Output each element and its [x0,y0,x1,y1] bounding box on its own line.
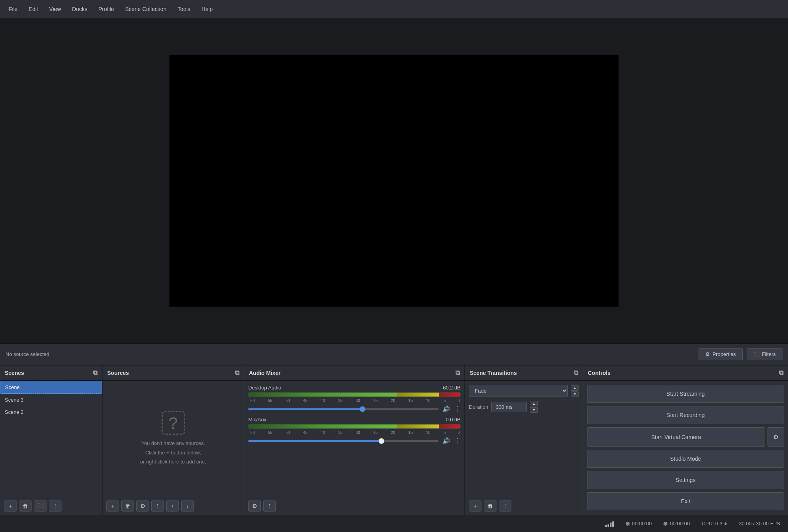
status-fps: 30.00 / 30.00 FPS [739,521,780,526]
transitions-panel-header: Scene Transitions ⧉ [465,365,583,381]
source-menu-button[interactable]: ⋮ [151,500,164,512]
desktop-mute-button[interactable]: 🔊 [442,404,451,413]
transitions-footer: + 🗑 ⋮ [465,497,583,515]
menu-profile[interactable]: Profile [93,4,120,15]
audio-settings-button[interactable]: ⚙ [248,500,261,512]
menu-view[interactable]: View [44,4,67,15]
source-up-button[interactable]: ↑ [166,500,179,512]
status-network [605,521,614,527]
transition-menu-button[interactable]: ⋮ [499,500,511,512]
rec-dot [663,522,667,526]
statusbar: 00:00:00 00:00:00 CPU: 0.3% 30.00 / 30.0… [0,515,788,532]
studio-mode-button[interactable]: Studio Mode [587,450,784,468]
mic-mute-button[interactable]: 🔊 [442,436,451,445]
sources-dock-icon[interactable]: ⧉ [235,369,239,376]
controls-title: Controls [588,370,611,376]
rec-time-value: 00:00:00 [670,521,690,526]
sources-panel: Sources ⧉ ? You don't have any sources. … [102,365,244,515]
transitions-title: Scene Transitions [470,370,517,376]
sources-empty[interactable]: ? You don't have any sources. Click the … [102,381,244,497]
sources-panel-header: Sources ⧉ [102,365,244,381]
audio-panel-header: Audio Mixer ⧉ [244,365,465,381]
transition-delete-button[interactable]: 🗑 [484,500,496,512]
scenes-title: Scenes [5,370,24,376]
scene-item-2[interactable]: Scene 2 [0,406,102,418]
scenes-panel-header: Scenes ⧉ [0,365,102,381]
audio-panel: Audio Mixer ⧉ Desktop Audio -60.2 dB [244,365,465,515]
scene-item-0[interactable]: Scene [0,381,102,394]
desktop-volume-slider[interactable] [248,408,439,410]
transitions-dock-icon[interactable]: ⧉ [574,369,578,376]
fps-value: 30.00 / 30.00 FPS [739,521,780,526]
audio-panel-footer: ⚙ ⋮ [244,497,465,515]
duration-row: Duration ▲ ▼ [469,401,579,413]
source-add-button[interactable]: + [106,500,119,512]
cpu-value: CPU: 0.3% [702,521,727,526]
mic-channel-menu[interactable]: ⋮ [454,437,461,445]
filters-button[interactable]: ⬛ Filters [747,348,782,360]
scene-menu-button[interactable]: ⋮ [49,500,61,512]
duration-label: Duration [469,404,488,410]
desktop-audio-meter [248,392,461,397]
transition-add-button[interactable]: + [469,500,481,512]
scenes-footer: + 🗑 ⬛ ⋮ [0,497,102,515]
source-settings-button[interactable]: ⚙ [136,500,149,512]
controls-dock-icon[interactable]: ⧉ [779,369,783,376]
scene-filter-button[interactable]: ⬛ [34,500,46,512]
sources-empty-icon: ? [162,411,185,435]
mic-audio-meter [248,424,461,429]
audio-title: Audio Mixer [249,370,281,376]
start-streaming-button[interactable]: Start Streaming [587,385,784,403]
duration-spinner: ▲ ▼ [530,401,538,413]
audio-dock-icon[interactable]: ⧉ [455,369,460,376]
mic-audio-meter-labels: -60-55-50-45-40-35-30-25-20-15-10-50 [248,430,461,435]
transitions-panel: Scene Transitions ⧉ Fade Cut Swipe Slide… [465,365,583,515]
sources-footer: + 🗑 ⚙ ⋮ ↑ ↓ [102,497,244,515]
start-virtual-camera-button[interactable]: Start Virtual Camera [587,427,765,447]
duration-input[interactable] [491,402,527,412]
preview-area [0,18,788,343]
menu-scene-collection[interactable]: Scene Collection [119,4,172,15]
status-rec-time: 00:00:00 [663,521,690,526]
menubar: File Edit View Docks Profile Scene Colle… [0,0,788,18]
desktop-audio-db: -60.2 dB [441,385,461,391]
mic-audio-controls: 🔊 ⋮ [248,436,461,445]
scene-add-button[interactable]: + [4,500,17,512]
desktop-audio-controls: 🔊 ⋮ [248,404,461,413]
scene-item-1[interactable]: Scene 3 [0,394,102,406]
menu-file[interactable]: File [3,4,23,15]
scenes-panel: Scenes ⧉ Scene Scene 3 Scene 2 + 🗑 ⬛ ⋮ [0,365,102,515]
virtual-camera-gear-icon: ⚙ [773,433,779,441]
audio-menu-button[interactable]: ⋮ [263,500,276,512]
duration-up-btn[interactable]: ▲ [530,401,538,406]
controls-body: Start Streaming Start Recording Start Vi… [583,381,788,515]
source-delete-button[interactable]: 🗑 [121,500,134,512]
start-recording-button[interactable]: Start Recording [587,406,784,424]
audio-channel-desktop: Desktop Audio -60.2 dB -60-55-50-45-40-3… [248,385,461,413]
scenes-dock-icon[interactable]: ⧉ [93,369,97,376]
menu-edit[interactable]: Edit [23,4,44,15]
status-cpu: CPU: 0.3% [702,521,727,526]
transition-down-btn[interactable]: ▼ [571,391,579,397]
settings-button[interactable]: Settings [587,471,784,489]
mic-audio-db: 0.0 dB [446,417,461,423]
transitions-body: Fade Cut Swipe Slide ▲ ▼ Duration ▲ ▼ [465,381,583,497]
scene-delete-button[interactable]: 🗑 [19,500,32,512]
desktop-channel-menu[interactable]: ⋮ [454,405,461,413]
source-down-button[interactable]: ↓ [181,500,194,512]
duration-down-btn[interactable]: ▼ [530,407,538,413]
network-bars-icon [605,521,614,527]
sources-empty-text: You don't have any sources. Click the + … [140,439,206,466]
transition-type-select[interactable]: Fade Cut Swipe Slide [469,385,568,397]
no-source-text: No source selected [6,351,695,357]
menu-tools[interactable]: Tools [172,4,196,15]
menu-help[interactable]: Help [196,4,218,15]
transition-select-row: Fade Cut Swipe Slide ▲ ▼ [469,385,579,397]
menu-docks[interactable]: Docks [67,4,93,15]
transition-up-btn[interactable]: ▲ [571,385,579,391]
properties-button[interactable]: ⚙ Properties [699,348,742,360]
virtual-camera-settings-button[interactable]: ⚙ [768,427,784,447]
scene-list: Scene Scene 3 Scene 2 [0,381,102,497]
mic-volume-slider[interactable] [248,440,439,442]
exit-button[interactable]: Exit [587,492,784,510]
